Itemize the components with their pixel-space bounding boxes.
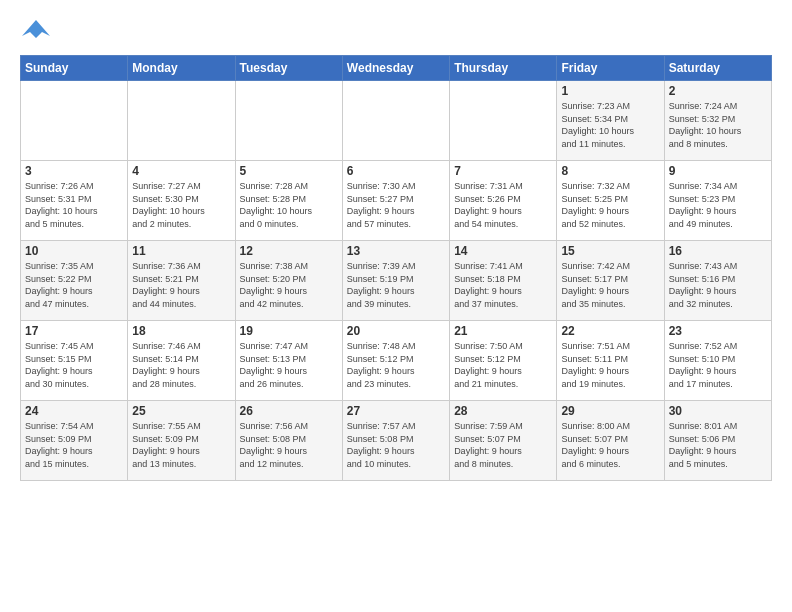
day-info: Sunrise: 7:31 AM Sunset: 5:26 PM Dayligh… (454, 180, 552, 230)
day-number: 5 (240, 164, 338, 178)
day-info: Sunrise: 7:24 AM Sunset: 5:32 PM Dayligh… (669, 100, 767, 150)
day-info: Sunrise: 7:26 AM Sunset: 5:31 PM Dayligh… (25, 180, 123, 230)
day-number: 23 (669, 324, 767, 338)
day-info: Sunrise: 7:55 AM Sunset: 5:09 PM Dayligh… (132, 420, 230, 470)
day-cell: 26Sunrise: 7:56 AM Sunset: 5:08 PM Dayli… (235, 401, 342, 481)
day-number: 2 (669, 84, 767, 98)
week-row-4: 24Sunrise: 7:54 AM Sunset: 5:09 PM Dayli… (21, 401, 772, 481)
day-cell: 4Sunrise: 7:27 AM Sunset: 5:30 PM Daylig… (128, 161, 235, 241)
day-cell: 24Sunrise: 7:54 AM Sunset: 5:09 PM Dayli… (21, 401, 128, 481)
day-cell: 27Sunrise: 7:57 AM Sunset: 5:08 PM Dayli… (342, 401, 449, 481)
day-number: 28 (454, 404, 552, 418)
day-cell: 30Sunrise: 8:01 AM Sunset: 5:06 PM Dayli… (664, 401, 771, 481)
day-info: Sunrise: 7:34 AM Sunset: 5:23 PM Dayligh… (669, 180, 767, 230)
day-number: 6 (347, 164, 445, 178)
day-cell: 7Sunrise: 7:31 AM Sunset: 5:26 PM Daylig… (450, 161, 557, 241)
day-cell: 3Sunrise: 7:26 AM Sunset: 5:31 PM Daylig… (21, 161, 128, 241)
day-cell: 14Sunrise: 7:41 AM Sunset: 5:18 PM Dayli… (450, 241, 557, 321)
day-number: 29 (561, 404, 659, 418)
day-cell (21, 81, 128, 161)
week-row-1: 3Sunrise: 7:26 AM Sunset: 5:31 PM Daylig… (21, 161, 772, 241)
day-cell: 20Sunrise: 7:48 AM Sunset: 5:12 PM Dayli… (342, 321, 449, 401)
day-cell: 21Sunrise: 7:50 AM Sunset: 5:12 PM Dayli… (450, 321, 557, 401)
day-cell: 18Sunrise: 7:46 AM Sunset: 5:14 PM Dayli… (128, 321, 235, 401)
logo-bird-icon (22, 16, 50, 44)
day-cell: 5Sunrise: 7:28 AM Sunset: 5:28 PM Daylig… (235, 161, 342, 241)
day-number: 21 (454, 324, 552, 338)
col-header-sunday: Sunday (21, 56, 128, 81)
day-number: 4 (132, 164, 230, 178)
day-number: 15 (561, 244, 659, 258)
header-row: SundayMondayTuesdayWednesdayThursdayFrid… (21, 56, 772, 81)
day-number: 24 (25, 404, 123, 418)
day-number: 13 (347, 244, 445, 258)
day-info: Sunrise: 7:23 AM Sunset: 5:34 PM Dayligh… (561, 100, 659, 150)
day-info: Sunrise: 7:32 AM Sunset: 5:25 PM Dayligh… (561, 180, 659, 230)
day-cell: 19Sunrise: 7:47 AM Sunset: 5:13 PM Dayli… (235, 321, 342, 401)
day-info: Sunrise: 7:41 AM Sunset: 5:18 PM Dayligh… (454, 260, 552, 310)
week-row-0: 1Sunrise: 7:23 AM Sunset: 5:34 PM Daylig… (21, 81, 772, 161)
day-info: Sunrise: 7:48 AM Sunset: 5:12 PM Dayligh… (347, 340, 445, 390)
day-cell (128, 81, 235, 161)
day-cell: 9Sunrise: 7:34 AM Sunset: 5:23 PM Daylig… (664, 161, 771, 241)
day-cell: 17Sunrise: 7:45 AM Sunset: 5:15 PM Dayli… (21, 321, 128, 401)
svg-marker-0 (22, 20, 50, 38)
day-number: 30 (669, 404, 767, 418)
page: SundayMondayTuesdayWednesdayThursdayFrid… (0, 0, 792, 491)
day-number: 22 (561, 324, 659, 338)
day-number: 19 (240, 324, 338, 338)
day-number: 8 (561, 164, 659, 178)
day-number: 7 (454, 164, 552, 178)
day-cell: 22Sunrise: 7:51 AM Sunset: 5:11 PM Dayli… (557, 321, 664, 401)
day-number: 11 (132, 244, 230, 258)
col-header-monday: Monday (128, 56, 235, 81)
day-info: Sunrise: 8:01 AM Sunset: 5:06 PM Dayligh… (669, 420, 767, 470)
day-number: 18 (132, 324, 230, 338)
day-number: 9 (669, 164, 767, 178)
day-info: Sunrise: 7:50 AM Sunset: 5:12 PM Dayligh… (454, 340, 552, 390)
day-info: Sunrise: 8:00 AM Sunset: 5:07 PM Dayligh… (561, 420, 659, 470)
day-cell: 23Sunrise: 7:52 AM Sunset: 5:10 PM Dayli… (664, 321, 771, 401)
day-number: 17 (25, 324, 123, 338)
col-header-tuesday: Tuesday (235, 56, 342, 81)
day-cell: 25Sunrise: 7:55 AM Sunset: 5:09 PM Dayli… (128, 401, 235, 481)
day-number: 12 (240, 244, 338, 258)
calendar-table: SundayMondayTuesdayWednesdayThursdayFrid… (20, 55, 772, 481)
day-cell: 11Sunrise: 7:36 AM Sunset: 5:21 PM Dayli… (128, 241, 235, 321)
day-cell: 6Sunrise: 7:30 AM Sunset: 5:27 PM Daylig… (342, 161, 449, 241)
day-info: Sunrise: 7:46 AM Sunset: 5:14 PM Dayligh… (132, 340, 230, 390)
day-info: Sunrise: 7:35 AM Sunset: 5:22 PM Dayligh… (25, 260, 123, 310)
day-cell: 8Sunrise: 7:32 AM Sunset: 5:25 PM Daylig… (557, 161, 664, 241)
day-number: 27 (347, 404, 445, 418)
day-cell: 13Sunrise: 7:39 AM Sunset: 5:19 PM Dayli… (342, 241, 449, 321)
day-number: 1 (561, 84, 659, 98)
day-number: 10 (25, 244, 123, 258)
day-info: Sunrise: 7:42 AM Sunset: 5:17 PM Dayligh… (561, 260, 659, 310)
day-cell: 2Sunrise: 7:24 AM Sunset: 5:32 PM Daylig… (664, 81, 771, 161)
day-info: Sunrise: 7:59 AM Sunset: 5:07 PM Dayligh… (454, 420, 552, 470)
col-header-thursday: Thursday (450, 56, 557, 81)
day-cell: 1Sunrise: 7:23 AM Sunset: 5:34 PM Daylig… (557, 81, 664, 161)
col-header-friday: Friday (557, 56, 664, 81)
day-cell: 15Sunrise: 7:42 AM Sunset: 5:17 PM Dayli… (557, 241, 664, 321)
day-number: 26 (240, 404, 338, 418)
day-number: 20 (347, 324, 445, 338)
day-info: Sunrise: 7:38 AM Sunset: 5:20 PM Dayligh… (240, 260, 338, 310)
day-info: Sunrise: 7:28 AM Sunset: 5:28 PM Dayligh… (240, 180, 338, 230)
day-info: Sunrise: 7:52 AM Sunset: 5:10 PM Dayligh… (669, 340, 767, 390)
day-info: Sunrise: 7:57 AM Sunset: 5:08 PM Dayligh… (347, 420, 445, 470)
day-cell (450, 81, 557, 161)
day-info: Sunrise: 7:39 AM Sunset: 5:19 PM Dayligh… (347, 260, 445, 310)
day-info: Sunrise: 7:30 AM Sunset: 5:27 PM Dayligh… (347, 180, 445, 230)
day-info: Sunrise: 7:51 AM Sunset: 5:11 PM Dayligh… (561, 340, 659, 390)
logo-text (20, 16, 50, 49)
day-info: Sunrise: 7:43 AM Sunset: 5:16 PM Dayligh… (669, 260, 767, 310)
week-row-2: 10Sunrise: 7:35 AM Sunset: 5:22 PM Dayli… (21, 241, 772, 321)
day-info: Sunrise: 7:47 AM Sunset: 5:13 PM Dayligh… (240, 340, 338, 390)
day-number: 14 (454, 244, 552, 258)
day-cell (235, 81, 342, 161)
col-header-wednesday: Wednesday (342, 56, 449, 81)
day-number: 3 (25, 164, 123, 178)
week-row-3: 17Sunrise: 7:45 AM Sunset: 5:15 PM Dayli… (21, 321, 772, 401)
day-cell: 16Sunrise: 7:43 AM Sunset: 5:16 PM Dayli… (664, 241, 771, 321)
